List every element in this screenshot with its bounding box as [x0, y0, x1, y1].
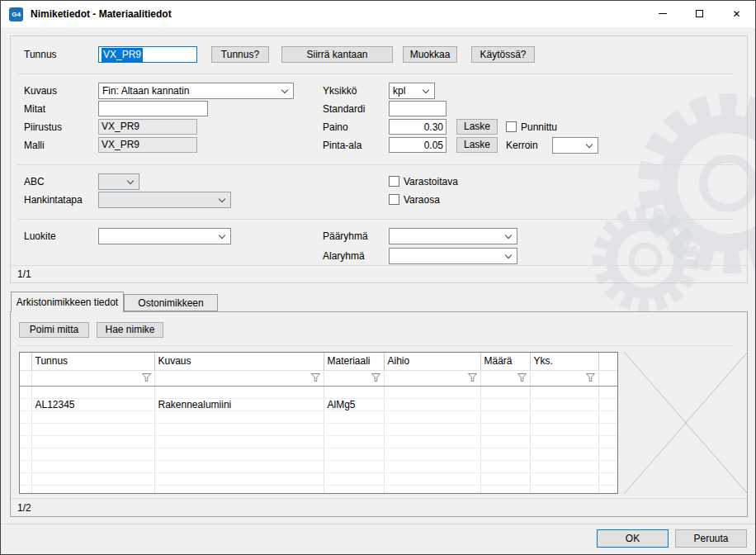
table-cell	[598, 423, 617, 435]
ok-button[interactable]: OK	[597, 529, 669, 548]
kerroin-select[interactable]	[552, 137, 598, 154]
varastoitava-checkbox[interactable]	[389, 176, 399, 187]
row-gutter	[20, 448, 31, 460]
chevron-down-icon	[423, 87, 429, 93]
tab-ostonimikkeen-tiedot[interactable]: Ostonimikkeen tiedot	[124, 294, 218, 311]
column-header-materiaali[interactable]: Materiaali	[324, 353, 384, 370]
table-row[interactable]: AL12345 Rakennealumiini AlMg5	[20, 398, 617, 410]
table-cell	[324, 448, 384, 460]
tunnus-label: Tunnus	[24, 46, 57, 63]
alaryhma-select[interactable]	[389, 248, 517, 264]
table-row	[20, 435, 617, 448]
table-cell	[598, 435, 617, 448]
table-cell	[530, 386, 598, 398]
filter-icon[interactable]	[468, 372, 477, 384]
abc-label: ABC	[24, 173, 45, 190]
column-header-maara[interactable]: Määrä	[480, 353, 530, 370]
poimi-mitta-button[interactable]: Poimi mitta	[19, 322, 89, 338]
malli-field: VX_PR9	[98, 137, 197, 153]
table-cell	[384, 472, 480, 485]
siirra-kantaan-button[interactable]: Siirrä kantaan	[281, 46, 393, 63]
column-header-yks[interactable]: Yks.	[530, 353, 598, 370]
yksikko-select[interactable]: kpl	[389, 83, 435, 99]
table-cell	[530, 435, 598, 448]
table-cell	[154, 485, 324, 494]
tab-arkistonimikkeen-tiedot[interactable]: Arkistonimikkeen tiedot	[11, 292, 124, 312]
tunnus-input[interactable]: VX_PR9	[98, 46, 197, 63]
titlebar[interactable]: G4 Nimiketiedot - Materiaalitiedot ✕	[1, 1, 755, 27]
separator-line	[11, 498, 747, 499]
table-cell	[384, 370, 480, 386]
minimize-button[interactable]	[644, 1, 681, 26]
column-header-kuvaus[interactable]: Kuvaus	[154, 353, 324, 370]
filter-icon[interactable]	[311, 372, 320, 384]
abc-select[interactable]	[98, 173, 139, 190]
pinta-ala-input[interactable]	[389, 137, 447, 153]
column-header-aihio[interactable]: Aihio	[384, 353, 480, 370]
table-cell	[480, 472, 530, 485]
chevron-down-icon	[586, 141, 593, 148]
yksikko-value: kpl	[393, 83, 419, 98]
hankintatapa-label: Hankintatapa	[24, 192, 83, 208]
table-cell	[31, 448, 154, 460]
table-cell	[598, 410, 617, 423]
varaosa-checkbox[interactable]	[389, 194, 399, 205]
table-cell	[598, 398, 617, 410]
tunnus-value: VX_PR9	[102, 48, 143, 62]
table-cell	[480, 435, 530, 448]
mitat-input[interactable]	[98, 101, 208, 116]
paino-input[interactable]	[389, 119, 447, 135]
table-cell	[480, 423, 530, 435]
table-cell	[324, 386, 384, 398]
kaytossa-button[interactable]: Käytössä?	[471, 46, 535, 63]
row-gutter	[20, 410, 31, 423]
maximize-icon	[696, 10, 703, 17]
separator-line	[17, 164, 734, 165]
row-gutter	[20, 398, 31, 410]
preview-placeholder	[624, 352, 748, 494]
piirustus-field: VX_PR9	[98, 119, 197, 135]
varastoitava-label: Varastoitava	[404, 173, 458, 190]
table-row	[20, 460, 617, 472]
maximize-button[interactable]	[681, 1, 718, 26]
hankintatapa-select[interactable]	[98, 192, 231, 208]
table-cell	[530, 460, 598, 472]
filter-icon[interactable]	[517, 372, 527, 384]
table-cell	[324, 410, 384, 423]
peruuta-button[interactable]: Peruuta	[675, 529, 747, 548]
grid-pager: 1/2	[17, 501, 31, 515]
table-cell	[530, 485, 598, 494]
filter-icon[interactable]	[142, 372, 151, 384]
nimiketiedot-dialog: G4 Nimiketiedot - Materiaalitiedot ✕ Tun…	[0, 0, 756, 555]
main-form-group	[10, 36, 748, 283]
table-cell	[384, 485, 480, 494]
table-cell	[31, 472, 154, 485]
close-button[interactable]: ✕	[718, 1, 755, 26]
filter-icon[interactable]	[586, 372, 595, 384]
tunnus-question-button[interactable]: Tunnus?	[211, 46, 269, 63]
yksikko-label: Yksikkö	[323, 83, 357, 99]
table-cell	[480, 460, 530, 472]
row-gutter	[20, 460, 31, 472]
hae-nimike-button[interactable]: Hae nimike	[97, 322, 163, 338]
standardi-label: Standardi	[323, 101, 365, 117]
grid-filter-row	[20, 370, 617, 386]
column-header-spacer	[598, 353, 617, 370]
luokite-select[interactable]	[98, 228, 231, 244]
table-row	[20, 472, 617, 485]
row-gutter	[20, 370, 31, 386]
filter-icon[interactable]	[371, 372, 380, 384]
table-cell	[530, 370, 598, 386]
kuvaus-select[interactable]: Fin: Altaan kannatin	[98, 83, 294, 99]
paaryhma-select[interactable]	[389, 228, 517, 244]
column-header-tunnus[interactable]: Tunnus	[31, 353, 154, 370]
muokkaa-button[interactable]: Muokkaa	[403, 46, 457, 63]
row-gutter	[20, 386, 31, 398]
table-cell	[324, 485, 384, 494]
punnittu-checkbox[interactable]	[506, 121, 517, 132]
laske-pinta-ala-button[interactable]: Laske	[456, 137, 498, 153]
cell-yks	[530, 398, 598, 410]
laske-paino-button[interactable]: Laske	[456, 119, 498, 135]
standardi-input[interactable]	[389, 101, 447, 116]
row-gutter	[20, 485, 31, 494]
